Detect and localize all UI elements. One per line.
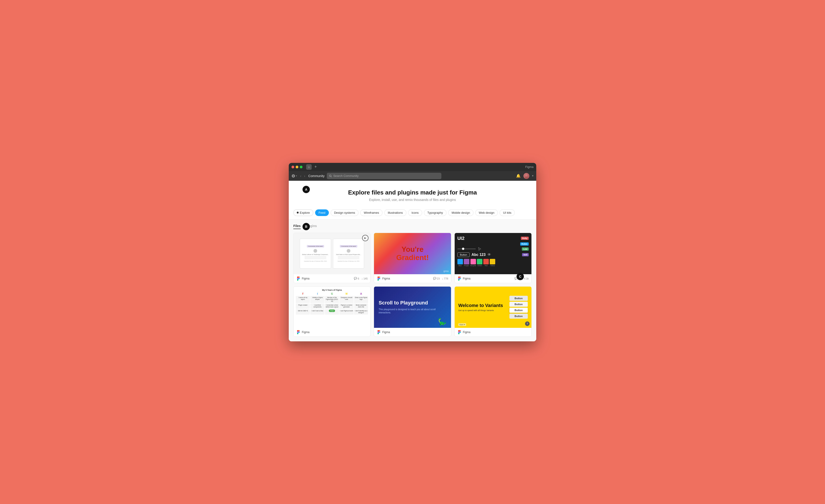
content-area: Files Plugins Commenter of the week Shir…	[289, 220, 536, 341]
col-f: F	[296, 292, 310, 296]
search-placeholder: Search Community	[333, 174, 359, 178]
globe-menu[interactable]: ▾	[292, 174, 297, 178]
new-tab-button[interactable]: +	[314, 165, 317, 169]
play-button[interactable]: ▶	[362, 235, 369, 241]
figma-logo-2	[377, 276, 381, 281]
cell-2-2: I overthink components	[310, 304, 324, 309]
swatch-color-red	[483, 259, 489, 264]
card-1-comments: 💬 6	[354, 277, 359, 280]
user-avatar[interactable]	[523, 173, 529, 179]
filter-bar: Explore Feed Design systems Wireframes I…	[289, 206, 536, 220]
filter-wireframes[interactable]: Wireframes	[360, 209, 382, 216]
variants-buttons: Button Button Button Button	[510, 296, 528, 319]
hero-title: Explore files and plugins made just for …	[293, 189, 532, 196]
filter-web-design[interactable]: Web design	[475, 209, 498, 216]
swatch-green: Green	[477, 259, 482, 266]
cell-1-5: Draw a new Figma logo	[354, 296, 368, 303]
card-3-thumbnail: UI2 Ruby Robin	[455, 233, 531, 274]
cert-date-1: Awarded this day of February 28th, 2021	[304, 260, 327, 262]
card-figma-years[interactable]: My 5 Years of Figma F I G M A I name all…	[293, 286, 371, 337]
filter-feed[interactable]: Feed	[315, 209, 329, 216]
ui2-swatches: Blue Purple Hot pink	[457, 259, 529, 266]
card-1-footer: Figma 💬 6 ↓ 145	[294, 274, 370, 283]
cert-card-1: Commenter of the week Shirley Leftmer on…	[300, 239, 331, 268]
ui2-badges: Ruby	[521, 237, 529, 240]
badge-ruby: Ruby	[521, 237, 529, 240]
swatch-blue: Blue	[457, 259, 463, 266]
comment-icon-2: 💬	[433, 277, 436, 280]
variant-btn-active: Button	[510, 308, 528, 313]
filter-illustrations[interactable]: Illustrations	[384, 209, 406, 216]
minimize-button[interactable]	[296, 166, 298, 168]
notifications-button[interactable]: 🔔	[516, 174, 521, 178]
help-button[interactable]: ?	[525, 321, 530, 326]
card-2-author: Figma	[382, 277, 390, 280]
card-6-author: Figma	[463, 331, 470, 334]
card-variants[interactable]: Welcome to Variants Get up to speed with…	[454, 286, 532, 337]
nav-bar: ▾ ‹ › Community Search Community 🔔	[289, 171, 536, 181]
filter-typography[interactable]: Typography	[424, 209, 446, 216]
card-5-footer: Figma	[374, 328, 451, 337]
ui2-button: Button	[457, 252, 470, 257]
badge-lew: Lew	[522, 247, 529, 251]
svg-point-3	[329, 175, 331, 177]
ui2-title: UI2	[457, 236, 464, 241]
ui2-slider	[457, 249, 476, 249]
card-1-downloads: ↓ 145	[361, 277, 368, 280]
cell-2-4: Figma is a meme generator	[340, 304, 353, 309]
card-4-author: Figma	[302, 331, 309, 334]
variants-desc: Get up to speed with all things Variants	[458, 309, 510, 312]
download-icon-1: ↓	[361, 277, 363, 280]
browser-window: ⌂ + Figma ▾ ‹ › Community	[289, 163, 536, 341]
filter-mobile-design[interactable]: Mobile design	[448, 209, 473, 216]
forward-button[interactable]: ›	[303, 174, 306, 178]
tab-files[interactable]: Files	[293, 224, 301, 229]
breadcrumb: Community	[308, 174, 324, 178]
ui2-badges-row2: Robin	[457, 242, 529, 246]
swatch-color-blue	[457, 259, 463, 264]
card-community-award[interactable]: Commenter of the week Shirley Leftmer on…	[293, 233, 371, 283]
annotation-a: A	[302, 186, 310, 193]
scroll-title: Scroll to Playground	[379, 300, 446, 306]
back-button[interactable]: ‹	[299, 174, 302, 178]
cell-3-5: I don't identify as a designer	[354, 309, 368, 315]
cell-3-4: I use Figma at work	[340, 309, 353, 315]
card-2-footer: Figma 💬 23 ↓ 778	[374, 274, 451, 283]
ui2-slider-thumb	[462, 248, 464, 250]
cert-header-2: Commenter of the week	[340, 245, 357, 247]
variants-start-label: Start ▾	[458, 323, 466, 326]
variants-text: Welcome to Variants Get up to speed with…	[458, 303, 510, 312]
card-gradient[interactable]: You're Gradient! gma Figma	[374, 233, 451, 283]
figma-table-title: My 5 Years of Figma	[296, 289, 368, 291]
maximize-button[interactable]	[300, 166, 302, 168]
search-bar[interactable]: Search Community	[327, 173, 441, 179]
cert-lines-1	[305, 256, 326, 260]
ui2-eye-icon: 👁	[487, 253, 491, 257]
card-6-thumbnail: Welcome to Variants Get up to speed with…	[455, 286, 531, 328]
home-tab[interactable]: ⌂	[306, 164, 312, 170]
close-button[interactable]	[292, 166, 294, 168]
swatch-color-green	[477, 259, 482, 264]
swatch-color-purple	[464, 259, 469, 264]
figma-logo-4	[296, 330, 300, 334]
filter-ui-kits[interactable]: UI kits	[500, 209, 515, 216]
variant-btn-mid: Button	[510, 302, 528, 307]
card-1-stats: 💬 6 ↓ 145	[354, 277, 368, 280]
cards-grid: Commenter of the week Shirley Leftmer on…	[293, 233, 532, 337]
card-3-author: Figma	[463, 277, 470, 280]
cursor-icon	[477, 247, 482, 251]
filter-explore[interactable]: Explore	[293, 209, 313, 216]
card-scroll-playground[interactable]: Scroll to Playground This playground is …	[374, 286, 451, 337]
figma-logo-6	[457, 330, 461, 334]
cell-3-3: Free	[325, 309, 339, 315]
ui2-abc: Abc 123	[471, 253, 485, 257]
filter-design-systems[interactable]: Design systems	[331, 209, 359, 216]
svg-line-4	[331, 176, 331, 177]
card-2-stats: 💬 23 ↓ 778	[433, 277, 448, 280]
app-title: Figma	[525, 165, 533, 169]
cell-1-3: Member of the Figma Beta (2015-16)	[325, 296, 339, 303]
cell-1-4: Designers should code	[340, 296, 353, 303]
cert-header-1: Commenter of the week	[307, 245, 324, 247]
filter-icons[interactable]: Icons	[408, 209, 422, 216]
ui2-middle-row: Lew	[457, 247, 529, 251]
